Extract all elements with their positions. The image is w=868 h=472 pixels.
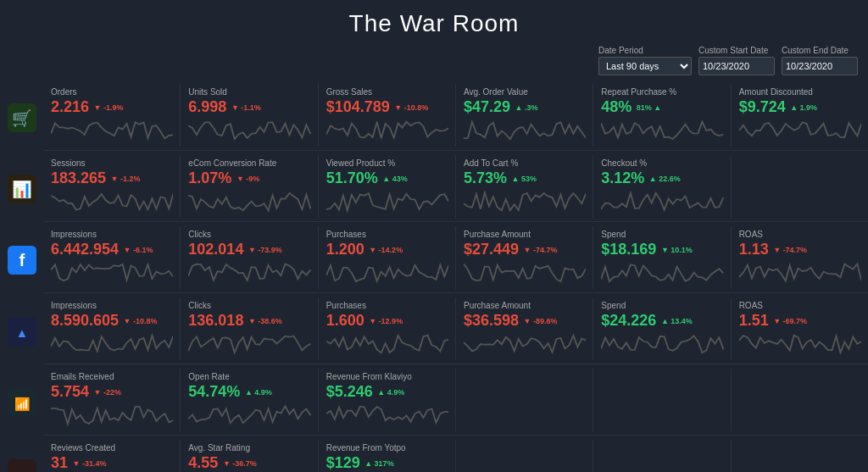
svg-text:📊: 📊 <box>12 180 32 199</box>
metric-card <box>594 369 731 431</box>
sparkline <box>601 262 723 286</box>
svg-text:▲: ▲ <box>16 325 29 340</box>
metric-change: ▲ 13.4% <box>659 317 692 325</box>
metrics-area: Orders2.216 ▼ -1.9% Units Sold6.998 ▼ -1… <box>44 81 868 472</box>
sidebar: 🛒 📊 f ▲ 📶 YOT PO <box>0 81 44 472</box>
custom-start-label: Custom Start Date <box>698 46 775 55</box>
metric-card: Gross Sales$104.789 ▼ -10.8% <box>320 84 456 147</box>
metric-label: Spend <box>601 301 723 310</box>
metric-value: 1.13 ▼ -74.7% <box>739 241 861 258</box>
metric-label: Purchase Amount <box>464 301 586 310</box>
metric-card: Avg. Order Value$47.29 ▲ .3% <box>457 84 593 147</box>
custom-end-group: Custom End Date <box>782 46 858 75</box>
sparkline <box>51 262 173 286</box>
metric-change: ▲ 4.9% <box>376 388 404 397</box>
metric-change: ▼ -9% <box>234 175 259 183</box>
metric-label: Purchases <box>326 301 448 310</box>
metric-card: Purchase Amount$27.449 ▼ -74.7% <box>457 226 593 289</box>
sparkline <box>51 191 173 214</box>
metric-value: 5.73% ▲ 53% <box>464 169 586 187</box>
metric-change: ▼ -73.9% <box>246 246 281 254</box>
metric-change: ▼ -12.9% <box>367 317 403 325</box>
metric-value: $47.29 ▲ .3% <box>464 98 586 116</box>
metric-label: Revenue From Klaviyo <box>326 372 448 381</box>
sparkline <box>188 333 310 357</box>
sparkline <box>601 333 723 357</box>
metric-label: Avg. Star Rating <box>188 443 310 453</box>
metric-card: Sessions183.265 ▼ -1.2% <box>44 155 181 218</box>
sparkline <box>326 333 448 357</box>
page-title: The War Room <box>0 0 868 42</box>
sidebar-icon-yotpo: YOT PO <box>2 440 42 472</box>
metric-card: Checkout %3.12% ▲ 22.6% <box>594 155 731 218</box>
metric-card: Viewed Product %51.70% ▲ 43% <box>320 155 456 218</box>
metric-value: 5.754 ▼ -22% <box>51 383 173 401</box>
metric-label: Impressions <box>51 230 173 239</box>
metric-card <box>732 155 868 218</box>
metric-value: 54.74% ▲ 4.9% <box>188 383 310 401</box>
metric-change: ▲ 22.6% <box>647 175 680 183</box>
main-content: 🛒 📊 f ▲ 📶 YOT PO Orders2.216 ▼ -1.9% Uni… <box>0 81 868 472</box>
sparkline <box>51 404 173 428</box>
metric-card: Amount Discounted$9.724 ▲ 1.9% <box>732 84 868 147</box>
metric-value: 51.70% ▲ 43% <box>326 169 448 187</box>
sparkline <box>464 191 586 214</box>
metric-label: ROAS <box>739 301 861 310</box>
metric-change: ▲ 317% <box>363 459 394 468</box>
metric-label: Reviews Created <box>51 443 173 453</box>
custom-start-group: Custom Start Date <box>698 46 775 75</box>
metric-value: 183.265 ▼ -1.2% <box>51 169 173 187</box>
metric-value: 136.018 ▼ -38.6% <box>188 312 310 330</box>
custom-start-input[interactable] <box>698 57 775 75</box>
svg-text:f: f <box>19 251 25 269</box>
metric-card: eCom Conversion Rate1.07% ▼ -9% <box>181 155 318 218</box>
metric-value: 102.014 ▼ -73.9% <box>188 241 310 258</box>
metric-label: Repeat Purchase % <box>601 87 723 97</box>
metric-value: 6.442.954 ▼ -6.1% <box>51 241 173 258</box>
metric-change: ▲ .3% <box>513 103 537 112</box>
sparkline <box>188 191 310 214</box>
metric-change: ▼ -74.7% <box>771 246 807 254</box>
metric-card: Spend$18.169 ▼ 10.1% <box>594 226 731 289</box>
top-bar: Date Period Last 90 days Custom Start Da… <box>0 42 868 81</box>
custom-end-input[interactable] <box>782 57 858 75</box>
metric-change: ▼ -14.2% <box>367 246 403 254</box>
metrics-row: Impressions6.442.954 ▼ -6.1% Clicks102.0… <box>44 223 868 293</box>
metric-card <box>457 369 593 431</box>
metric-change: ▼ -6.1% <box>121 246 153 254</box>
metric-change: ▲ 4.9% <box>242 388 271 397</box>
metric-label: Checkout % <box>601 158 723 168</box>
metric-change: ▼ -22% <box>92 388 121 397</box>
custom-end-label: Custom End Date <box>782 46 858 55</box>
metric-card: ROAS1.13 ▼ -74.7% <box>732 226 868 289</box>
metric-change: ▼ 10.1% <box>659 246 692 254</box>
metric-value: 31 ▼ -31.4% <box>51 454 173 472</box>
metric-card: Clicks136.018 ▼ -38.6% <box>181 297 318 360</box>
metric-change: ▼ -36.7% <box>220 459 256 468</box>
sparkline <box>464 119 586 143</box>
metrics-row: Orders2.216 ▼ -1.9% Units Sold6.998 ▼ -1… <box>44 81 868 151</box>
metric-label: Spend <box>601 230 723 239</box>
sparkline <box>601 191 723 214</box>
metric-label: Purchase Amount <box>464 230 586 239</box>
sidebar-icon-facebook: f <box>2 226 42 294</box>
metric-label: Clicks <box>188 301 310 310</box>
metric-value: $9.724 ▲ 1.9% <box>739 98 861 116</box>
date-period-select[interactable]: Last 90 days <box>598 57 692 75</box>
metric-card: Reviews Created31 ▼ -31.4% <box>44 440 181 472</box>
metric-change: ▼ -1.2% <box>108 175 140 183</box>
metric-card: Revenue From Yotpo$129 ▲ 317% <box>320 440 456 472</box>
metric-value: 8.590.605 ▼ -10.8% <box>51 312 173 330</box>
metric-value: 48% 81% ▲ <box>601 98 723 116</box>
sparkline <box>464 333 586 357</box>
metric-label: Purchases <box>326 230 448 239</box>
metric-label: Emails Received <box>51 372 173 381</box>
metric-card: Open Rate54.74% ▲ 4.9% <box>181 369 318 431</box>
metrics-row: Emails Received5.754 ▼ -22% Open Rate54.… <box>44 365 868 436</box>
sparkline <box>739 119 861 143</box>
metric-change: ▼ -1.1% <box>229 103 260 112</box>
metric-value: $129 ▲ 317% <box>326 454 448 472</box>
metric-value: 1.600 ▼ -12.9% <box>326 312 448 330</box>
metric-value: $24.226 ▲ 13.4% <box>601 312 723 330</box>
metric-value: 1.200 ▼ -14.2% <box>326 241 448 258</box>
